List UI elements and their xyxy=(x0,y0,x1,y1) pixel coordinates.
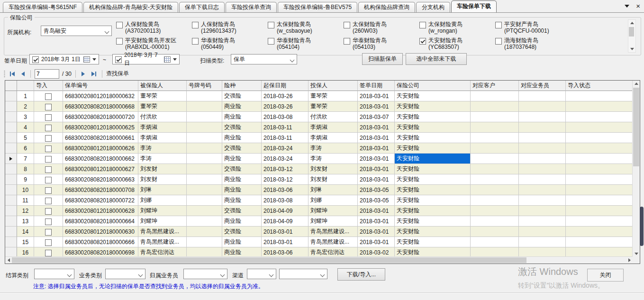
applicant-cell[interactable]: 刘耀坤 xyxy=(308,206,358,216)
company-cell[interactable]: 天安财险 xyxy=(395,247,471,257)
row-indicator-cell[interactable] xyxy=(5,206,17,216)
scroll-up-icon[interactable] xyxy=(633,81,640,87)
table-row[interactable]: 1 6683002080120180000632 董琴荣 交强险 2018-03… xyxy=(5,91,633,101)
company-checkbox-item[interactable]: 太保财险青岛(260W03) xyxy=(344,21,419,35)
plate-no-cell[interactable] xyxy=(187,143,222,154)
owner-agent-select[interactable] xyxy=(183,269,227,279)
agent-cell[interactable] xyxy=(519,112,566,122)
policy-no-cell[interactable]: 6683002080820180000666 xyxy=(63,237,138,247)
insured-cell[interactable]: 青岛黑然建设... xyxy=(138,237,187,247)
import-status-cell[interactable] xyxy=(566,91,633,101)
start-date-cell[interactable]: 2018-03-01 xyxy=(262,237,308,247)
row-number-cell[interactable]: 8 xyxy=(17,164,34,174)
policy-no-cell[interactable]: 6683002080820180000662 xyxy=(63,154,138,164)
row-indicator-cell[interactable] xyxy=(5,112,17,122)
import-status-cell[interactable] xyxy=(566,143,633,154)
row-number-cell[interactable]: 7 xyxy=(17,154,34,164)
first-page-button[interactable] xyxy=(8,71,17,77)
row-indicator-cell[interactable] xyxy=(5,143,17,154)
plate-no-cell[interactable] xyxy=(187,185,222,195)
company-checkbox[interactable] xyxy=(495,22,502,28)
start-date-cell[interactable]: 2018-03-06 xyxy=(262,185,308,195)
plate-no-cell[interactable] xyxy=(187,101,222,112)
agent-cell[interactable] xyxy=(519,206,566,216)
scan-type-select[interactable]: 保单 xyxy=(231,54,297,64)
import-cell[interactable] xyxy=(34,154,63,164)
sign-date-cell[interactable]: 2018-03-01 xyxy=(358,227,395,237)
insurance-type-cell[interactable]: 商业险 xyxy=(222,174,262,185)
table-row[interactable]: 9 6683002080820180000663 刘发财 商业险 2018-03… xyxy=(5,174,633,185)
download-import-button[interactable]: 下载/导入... xyxy=(337,268,385,281)
date-to-checkbox[interactable] xyxy=(115,56,122,63)
column-header[interactable]: 对应业务员 xyxy=(519,81,566,91)
company-checkbox[interactable] xyxy=(192,22,199,28)
import-checkbox[interactable] xyxy=(45,125,52,131)
agent-cell[interactable] xyxy=(519,174,566,185)
import-checkbox[interactable] xyxy=(45,187,52,194)
start-date-cell[interactable]: 2018-03-26 xyxy=(262,91,308,101)
agent-cell[interactable] xyxy=(519,154,566,164)
import-cell[interactable] xyxy=(34,216,63,227)
table-row[interactable]: 4 6683002080120180000625 李炳淑 交强险 2018-03… xyxy=(5,122,633,133)
start-date-cell[interactable]: 2018-04-09 xyxy=(262,216,308,227)
import-checkbox[interactable] xyxy=(45,145,52,152)
plate-no-cell[interactable] xyxy=(187,91,222,101)
tab[interactable]: 分支机构 xyxy=(416,2,450,12)
tab[interactable]: 车险投保单编辑-粤S615NF xyxy=(3,2,82,12)
import-checkbox[interactable] xyxy=(45,93,52,100)
tab[interactable]: 机构保险品牌-青岛融安-天安财险 xyxy=(83,2,178,12)
date-from-picker[interactable]: 2018年 3月 1日 xyxy=(29,54,99,64)
business-type-select[interactable] xyxy=(105,269,145,279)
insurance-type-cell[interactable]: 商业险 xyxy=(222,195,262,206)
company-checkbox[interactable] xyxy=(268,22,274,28)
window-scrollbar-thumb[interactable] xyxy=(640,207,644,246)
import-cell[interactable] xyxy=(34,101,63,112)
customer-cell[interactable] xyxy=(471,216,519,227)
customer-cell[interactable] xyxy=(471,227,519,237)
customer-cell[interactable] xyxy=(471,154,519,164)
scroll-up-icon[interactable] xyxy=(628,20,635,26)
customer-cell[interactable] xyxy=(471,174,519,185)
import-status-cell[interactable] xyxy=(566,154,633,164)
insurance-type-cell[interactable]: 交强险 xyxy=(222,122,262,133)
row-number-cell[interactable]: 5 xyxy=(17,133,34,143)
tab[interactable]: 机构保险品牌查询 xyxy=(358,2,415,12)
column-header[interactable]: 对应客户 xyxy=(471,81,519,91)
import-checkbox[interactable] xyxy=(45,166,52,173)
customer-cell[interactable] xyxy=(471,164,519,174)
row-number-cell[interactable]: 1 xyxy=(17,91,34,101)
import-checkbox[interactable] xyxy=(45,229,52,236)
row-indicator-cell[interactable] xyxy=(5,101,17,112)
policy-no-cell[interactable]: 6683002080820180000698 xyxy=(63,247,138,257)
plate-no-cell[interactable] xyxy=(187,237,222,247)
customer-cell[interactable] xyxy=(471,206,519,216)
start-date-cell[interactable]: 2018-03-11 xyxy=(262,133,308,143)
customer-cell[interactable] xyxy=(471,195,519,206)
policy-no-cell[interactable]: 6683002080820180000668 xyxy=(63,101,138,112)
customer-cell[interactable] xyxy=(471,185,519,195)
insured-cell[interactable]: 刘琳 xyxy=(138,185,187,195)
policy-no-cell[interactable]: 6683002080820180000720 xyxy=(63,112,138,122)
column-header[interactable]: 险种 xyxy=(222,81,262,91)
select-all-undownloaded-button[interactable]: 选中全部未下载 xyxy=(406,53,467,65)
agent-cell[interactable] xyxy=(519,91,566,101)
applicant-cell[interactable]: 董琴荣 xyxy=(308,101,358,112)
date-dropdown-icon[interactable] xyxy=(173,58,177,61)
page-number-input[interactable] xyxy=(35,69,59,79)
scan-new-policy-button[interactable]: 扫描新保单 xyxy=(362,53,403,65)
row-indicator-cell[interactable] xyxy=(5,122,17,133)
date-from-checkbox[interactable] xyxy=(32,56,39,63)
company-cell[interactable]: 天安财险 xyxy=(395,216,471,227)
company-cell[interactable]: 天安财险 xyxy=(395,133,471,143)
company-cell[interactable]: 天安财险 xyxy=(395,154,471,164)
customer-cell[interactable] xyxy=(471,91,519,101)
import-cell[interactable] xyxy=(34,112,63,122)
import-status-cell[interactable] xyxy=(566,122,633,133)
settle-type-select[interactable] xyxy=(34,269,74,279)
company-cell[interactable]: 天安财险 xyxy=(395,195,471,206)
row-number-cell[interactable]: 11 xyxy=(17,195,34,206)
company-checkbox-item[interactable]: 渤海财险青岛(187037648) xyxy=(495,37,571,51)
policy-no-cell[interactable]: 6683002080820180000708 xyxy=(63,185,138,195)
company-checkbox[interactable] xyxy=(344,22,350,28)
import-checkbox[interactable] xyxy=(45,114,52,121)
